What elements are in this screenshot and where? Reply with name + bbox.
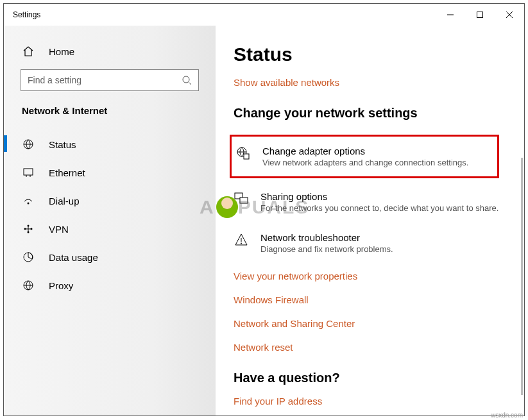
svg-line-5 <box>189 82 191 85</box>
network-sharing-center-link[interactable]: Network and Sharing Center <box>234 318 524 329</box>
data-usage-icon <box>22 251 36 264</box>
question-heading: Have a question? <box>234 371 524 385</box>
window-title: Settings <box>13 10 40 19</box>
nav-label: Dial-up <box>49 196 80 206</box>
nav-label: Data usage <box>49 252 98 263</box>
find-ip-link[interactable]: Find your IP address <box>234 396 524 407</box>
svg-point-10 <box>28 203 30 205</box>
nav-label: Status <box>49 139 76 150</box>
window-controls <box>436 4 524 26</box>
titlebar: Settings <box>4 4 524 26</box>
option-text: Sharing options For the networks you con… <box>260 191 498 213</box>
view-properties-link[interactable]: View your network properties <box>234 271 524 281</box>
nav-label: VPN <box>49 224 69 235</box>
scrollbar[interactable] <box>521 158 523 395</box>
search-wrap <box>4 69 216 105</box>
close-button[interactable] <box>495 4 524 26</box>
nav-list: Status Ethernet Dial-up <box>4 130 216 299</box>
sharing-icon <box>234 191 250 206</box>
svg-rect-7 <box>24 169 33 175</box>
option-subtitle: View network adapters and change connect… <box>262 158 468 167</box>
nav-item-status[interactable]: Status <box>4 130 216 158</box>
attribution: wsxdn.com <box>491 412 523 419</box>
maximize-button[interactable] <box>465 4 495 26</box>
svg-rect-20 <box>244 154 249 159</box>
svg-rect-1 <box>477 12 483 18</box>
option-title: Change adapter options <box>262 146 468 156</box>
change-adapter-options[interactable]: Change adapter options View network adap… <box>230 135 499 178</box>
option-text: Change adapter options View network adap… <box>262 146 468 167</box>
nav-item-ethernet[interactable]: Ethernet <box>4 158 216 187</box>
option-subtitle: For the networks you connect to, decide … <box>260 203 498 213</box>
windows-firewall-link[interactable]: Windows Firewall <box>234 294 524 305</box>
svg-point-24 <box>241 243 242 244</box>
svg-point-4 <box>183 76 189 83</box>
search-box[interactable] <box>21 69 199 91</box>
nav-item-datausage[interactable]: Data usage <box>4 243 216 271</box>
option-title: Sharing options <box>260 191 498 202</box>
svg-rect-22 <box>240 197 248 203</box>
network-reset-link[interactable]: Network reset <box>234 342 524 353</box>
vpn-icon <box>22 223 36 235</box>
search-icon <box>182 75 192 85</box>
main-content: Status Show available networks Change yo… <box>216 26 524 416</box>
show-networks-link[interactable]: Show available networks <box>234 77 524 88</box>
nav-label: Ethernet <box>49 167 85 178</box>
proxy-icon <box>22 279 36 292</box>
settings-window: Settings Home <box>3 3 525 416</box>
category-heading: Network & Internet <box>4 105 216 130</box>
option-text: Network troubleshooter Diagnose and fix … <box>260 232 393 254</box>
home-button[interactable]: Home <box>4 45 216 69</box>
nav-item-proxy[interactable]: Proxy <box>4 271 216 299</box>
option-subtitle: Diagnose and fix network problems. <box>260 244 393 254</box>
window-body: Home Network & Internet Status <box>4 26 524 416</box>
dialup-icon <box>22 194 36 207</box>
adapter-icon <box>235 146 252 161</box>
home-icon <box>22 45 36 58</box>
change-settings-heading: Change your network settings <box>234 106 524 121</box>
sidebar: Home Network & Internet Status <box>4 26 216 416</box>
ethernet-icon <box>22 166 36 179</box>
sharing-options[interactable]: Sharing options For the networks you con… <box>234 189 524 215</box>
status-icon <box>22 138 36 151</box>
troubleshoot-icon <box>234 232 250 248</box>
page-title: Status <box>234 44 524 65</box>
network-troubleshooter[interactable]: Network troubleshooter Diagnose and fix … <box>234 230 524 256</box>
nav-item-dialup[interactable]: Dial-up <box>4 187 216 215</box>
home-label: Home <box>49 46 74 57</box>
nav-item-vpn[interactable]: VPN <box>4 215 216 243</box>
search-input[interactable] <box>28 75 167 85</box>
nav-label: Proxy <box>49 280 73 291</box>
minimize-button[interactable] <box>436 4 465 26</box>
option-title: Network troubleshooter <box>260 232 393 243</box>
